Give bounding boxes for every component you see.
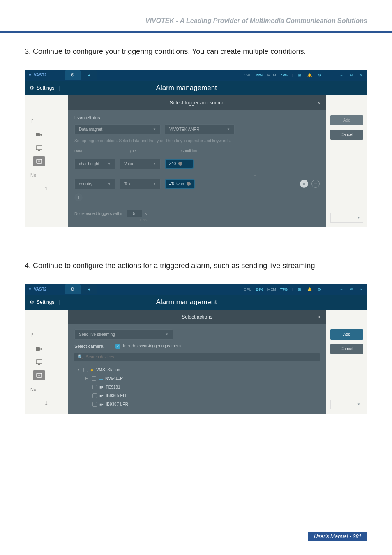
triangle-icon: ▼ bbox=[28, 287, 32, 291]
collapse-icon[interactable]: ▼ bbox=[76, 368, 81, 372]
checkbox[interactable] bbox=[92, 393, 97, 398]
checkbox[interactable] bbox=[92, 385, 97, 389]
col-data: Data bbox=[74, 149, 115, 153]
plus-icon: + bbox=[88, 287, 90, 292]
checkbox[interactable] bbox=[92, 376, 96, 381]
source-value: Data magnet bbox=[79, 127, 102, 132]
expand-icon[interactable]: ▶ bbox=[84, 377, 89, 380]
include-trigger-label: Include event-triggering camera bbox=[123, 344, 181, 348]
tree-cam-0[interactable]: ■• FE9191 bbox=[74, 383, 320, 391]
row-1[interactable]: 1 bbox=[25, 182, 68, 195]
restore-icon[interactable]: ⧉ bbox=[348, 72, 354, 78]
source-select-1[interactable]: Data magnet ▼ bbox=[74, 124, 161, 134]
tree-cam-1[interactable]: ■• IB9365-EHT bbox=[74, 391, 320, 400]
repeat-label: No repeated triggers within bbox=[74, 211, 124, 216]
checkbox[interactable] bbox=[92, 402, 97, 407]
bell-icon[interactable]: 🔔 bbox=[307, 72, 312, 78]
grid-icon[interactable]: ⊞ bbox=[297, 72, 302, 78]
row-1[interactable]: 1 bbox=[25, 396, 68, 409]
bell-icon[interactable]: 🔔 bbox=[307, 287, 312, 292]
main-panel: Select trigger and source × Event/Status… bbox=[68, 95, 326, 227]
data-select-2[interactable]: country ▼ bbox=[74, 179, 115, 189]
repeat-hint: 1~30s bbox=[74, 218, 320, 222]
minimize-icon[interactable]: − bbox=[339, 287, 344, 292]
svg-rect-0 bbox=[36, 133, 40, 136]
close-icon[interactable]: × bbox=[317, 314, 321, 320]
station-icon: ◆ bbox=[90, 368, 94, 372]
cancel-button[interactable]: Cancel bbox=[330, 344, 363, 354]
app-name: VAST2 bbox=[34, 287, 47, 291]
repeat-seconds-input[interactable] bbox=[127, 210, 142, 217]
tab-add[interactable]: + bbox=[81, 70, 97, 80]
close-icon[interactable]: × bbox=[358, 287, 364, 292]
clear-icon[interactable] bbox=[187, 182, 191, 186]
hint-text: Set up trigger condition. Select data an… bbox=[74, 139, 320, 143]
action-value: Send live streaming bbox=[79, 332, 115, 337]
camera-icon: ■• bbox=[99, 393, 104, 398]
settings-breadcrumb[interactable]: ⚙ Settings | bbox=[30, 299, 60, 305]
minimize-icon[interactable]: − bbox=[339, 72, 344, 78]
tab-gear[interactable]: ⚙ bbox=[65, 70, 81, 80]
condition-input-2[interactable]: =Taiwan bbox=[165, 179, 195, 189]
svg-rect-3 bbox=[38, 150, 40, 151]
tab-add[interactable]: + bbox=[81, 284, 97, 294]
cond-2-value: =Taiwan bbox=[169, 182, 184, 186]
tree-nvr-label: NV9411P bbox=[105, 376, 123, 381]
clear-icon[interactable] bbox=[178, 162, 182, 166]
data-1-value: char height bbox=[79, 162, 99, 166]
plus-icon: + bbox=[88, 73, 90, 78]
source2-value: VIVOTEK ANPR bbox=[169, 127, 199, 132]
cond-1-value: >40 bbox=[169, 162, 176, 166]
right-dropdown[interactable]: ▼ bbox=[330, 400, 363, 409]
gear-icon[interactable]: ⚙ bbox=[316, 287, 322, 292]
chevron-down-icon: ▼ bbox=[108, 182, 111, 186]
app-titlebar: ▼ VAST2 ⚙ + CPU 24% MEM 77% | bbox=[25, 284, 367, 295]
tree-nvr[interactable]: ▶ ▬ NV9411P bbox=[74, 374, 320, 383]
gear-icon[interactable]: ⚙ bbox=[316, 72, 322, 78]
left-panel: If No. 1 bbox=[25, 95, 68, 227]
data-source-icon[interactable] bbox=[33, 156, 45, 166]
monitor-source-icon[interactable] bbox=[33, 357, 45, 367]
event-status-title: Event/Status bbox=[74, 115, 320, 120]
search-icon: 🔍 bbox=[78, 354, 83, 360]
search-input[interactable] bbox=[86, 355, 316, 359]
remove-row-button[interactable]: − bbox=[311, 180, 320, 188]
source-select-2[interactable]: VIVOTEK ANPR ▼ bbox=[165, 124, 235, 134]
monitor-source-icon[interactable] bbox=[33, 143, 45, 153]
close-icon[interactable]: × bbox=[358, 72, 364, 78]
svg-rect-6 bbox=[36, 347, 40, 351]
right-dropdown[interactable]: ▼ bbox=[330, 213, 363, 223]
tree-root[interactable]: ▼ ◆ VMS_Station bbox=[74, 365, 320, 374]
right-panel: Add Cancel ▼ bbox=[326, 310, 367, 414]
radio-toggle[interactable]: ● bbox=[300, 180, 308, 188]
settings-breadcrumb[interactable]: ⚙ Settings | bbox=[30, 85, 60, 91]
action-select[interactable]: Send live streaming ▼ bbox=[74, 329, 173, 340]
app-subtitle-bar: ⚙ Settings | Alarm management bbox=[25, 81, 367, 95]
add-button[interactable]: Add bbox=[330, 115, 363, 125]
restore-icon[interactable]: ⧉ bbox=[348, 287, 354, 292]
tab-gear[interactable]: ⚙ bbox=[65, 284, 81, 294]
mem-label: MEM bbox=[267, 73, 276, 77]
checkbox-checked-icon: ✓ bbox=[115, 344, 120, 349]
camera-source-icon[interactable] bbox=[33, 344, 45, 354]
data-source-icon[interactable] bbox=[33, 370, 45, 380]
add-button[interactable]: Add bbox=[330, 329, 363, 340]
add-row-button[interactable]: + bbox=[74, 193, 83, 201]
camera-source-icon[interactable] bbox=[33, 130, 45, 140]
checkbox[interactable] bbox=[83, 368, 88, 372]
grid-icon[interactable]: ⊞ bbox=[297, 287, 302, 292]
cpu-label: CPU bbox=[244, 73, 252, 77]
select-camera-label: Select camera bbox=[74, 344, 103, 349]
data-select-1[interactable]: char height ▼ bbox=[74, 159, 115, 169]
type-select-1[interactable]: Value ▼ bbox=[120, 159, 161, 169]
page-title: Alarm management bbox=[60, 298, 362, 306]
cancel-button[interactable]: Cancel bbox=[330, 130, 363, 140]
include-trigger-checkbox[interactable]: ✓ Include event-triggering camera bbox=[115, 344, 181, 349]
svg-point-1 bbox=[40, 134, 42, 136]
search-devices[interactable]: 🔍 bbox=[74, 353, 320, 361]
close-icon[interactable]: × bbox=[317, 99, 321, 106]
condition-input-1[interactable]: >40 bbox=[165, 159, 194, 169]
type-select-2[interactable]: Text ▼ bbox=[120, 179, 161, 189]
tree-cam-2[interactable]: ■• IB9387-LPR bbox=[74, 400, 320, 409]
svg-point-7 bbox=[40, 348, 42, 350]
